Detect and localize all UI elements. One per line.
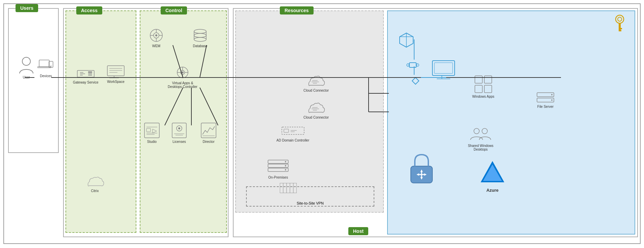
svg-rect-42: [172, 123, 186, 138]
vadc-block: Virtual Apps & Desktops Controller: [167, 65, 198, 89]
hub-block: [405, 60, 420, 70]
resources-section-label: Resources: [280, 6, 314, 14]
ad-domain-icon: [281, 126, 305, 137]
access-label: Access: [76, 6, 102, 14]
azure-label: Azure: [486, 188, 499, 193]
control-label: Control: [161, 6, 187, 14]
cube-icon: [398, 31, 415, 48]
workspace-label: WorkSpace: [107, 80, 125, 84]
svg-point-29: [194, 33, 206, 37]
svg-rect-85: [434, 63, 453, 73]
svg-rect-73: [619, 28, 622, 29]
svg-rect-88: [475, 76, 482, 83]
windows-apps-icon: [474, 75, 492, 93]
access-box: Access Gateway Service: [65, 10, 136, 233]
cloud-connector-1-label: Cloud Connector: [303, 89, 329, 92]
host-section-label: Host: [348, 227, 368, 235]
lock-block: [408, 153, 435, 185]
svg-rect-11: [88, 75, 92, 75]
director-block: Director: [200, 122, 217, 144]
studio-block: Studio: [144, 122, 160, 144]
file-server-block: File Server: [536, 92, 555, 108]
database-label: Database: [193, 44, 208, 48]
svg-point-24: [155, 34, 157, 36]
svg-point-64: [285, 169, 286, 170]
hub-icon: [405, 60, 420, 70]
user-label: User: [23, 75, 30, 79]
wem-block: WEM: [149, 28, 164, 48]
gateway-service-block: Gateway Service: [73, 68, 99, 84]
control-box: Control WEM: [140, 10, 227, 233]
licenses-block: Licenses: [171, 122, 187, 144]
svg-point-44: [178, 127, 180, 129]
svg-point-96: [474, 128, 479, 134]
database-block: Database: [193, 28, 208, 48]
wem-label: WEM: [152, 44, 160, 48]
shared-windows-block: Shared Windows Desktops: [465, 126, 496, 151]
access-section-label: Access: [76, 6, 102, 14]
key-block: [614, 14, 625, 33]
shared-windows-icon: [470, 126, 491, 143]
main-frame: Users User Devices: [3, 3, 641, 244]
monitor-block: [432, 60, 455, 80]
resources-left-box: Resources Cloud Connector: [235, 10, 384, 213]
azure-box: Windows Apps File Server: [387, 10, 635, 235]
on-premises-label: On-Premises: [268, 176, 288, 179]
citrix-block: Citrix: [85, 176, 105, 193]
user-icon-block: User: [19, 56, 34, 79]
svg-rect-9: [88, 71, 92, 73]
director-label: Director: [203, 140, 214, 144]
svg-rect-37: [144, 123, 159, 138]
svg-rect-56: [284, 129, 289, 132]
ad-domain-block: AD Domain Controller: [276, 126, 309, 142]
workspace-block: WorkSpace: [107, 65, 125, 84]
svg-point-70: [616, 15, 624, 23]
wem-icon: [149, 28, 164, 43]
host-label-container: Host: [348, 227, 368, 235]
ad-domain-label: AD Domain Controller: [276, 138, 309, 142]
gateway-service-icon: [77, 68, 95, 79]
devices-icon: [37, 59, 54, 73]
vadc-icon: [173, 65, 192, 80]
svg-marker-106: [483, 164, 502, 181]
svg-point-95: [551, 99, 553, 101]
cloud-connector-2-label: Cloud Connector: [303, 116, 329, 119]
licenses-icon: [171, 122, 187, 138]
file-server-icon: [536, 92, 555, 103]
windows-apps-label: Windows Apps: [472, 95, 494, 98]
svg-point-28: [194, 37, 206, 41]
citrix-cloud-icon: [85, 176, 105, 188]
director-icon: [200, 122, 217, 138]
users-section-label: Users: [16, 4, 38, 12]
gateway-service-label: Gateway Service: [73, 81, 99, 84]
vadc-label: Virtual Apps & Desktops Controller: [167, 81, 198, 89]
svg-point-63: [285, 165, 286, 166]
cloud-connector-2-block: Cloud Connector: [303, 102, 329, 119]
cloud-connector-2-icon: [305, 102, 327, 114]
cube-block: [398, 31, 415, 48]
file-server-label: File Server: [537, 105, 554, 108]
database-icon: [193, 28, 208, 43]
diamond-block: [411, 77, 420, 85]
svg-rect-90: [475, 85, 482, 93]
resources-label: Resources: [280, 6, 314, 14]
svg-point-62: [285, 161, 286, 162]
svg-point-97: [482, 128, 487, 134]
svg-point-25: [194, 29, 206, 33]
licenses-label: Licenses: [172, 140, 186, 144]
svg-rect-55: [282, 127, 304, 134]
vpn-box: Site-to-Site VPN: [246, 186, 374, 207]
svg-rect-84: [432, 61, 455, 75]
diamond-icon: [411, 77, 420, 85]
devices-label: Devices: [40, 74, 52, 78]
svg-point-94: [551, 94, 553, 95]
svg-rect-78: [409, 63, 416, 67]
monitor-icon: [432, 60, 455, 80]
svg-rect-89: [484, 76, 492, 83]
lock-icon: [408, 153, 435, 185]
svg-rect-1: [39, 60, 49, 67]
svg-rect-10: [88, 73, 92, 74]
shared-windows-label: Shared Windows Desktops: [465, 144, 496, 151]
access-control-box: Access Gateway Service: [63, 8, 229, 237]
cloud-connector-1-block: Cloud Connector: [303, 75, 329, 92]
